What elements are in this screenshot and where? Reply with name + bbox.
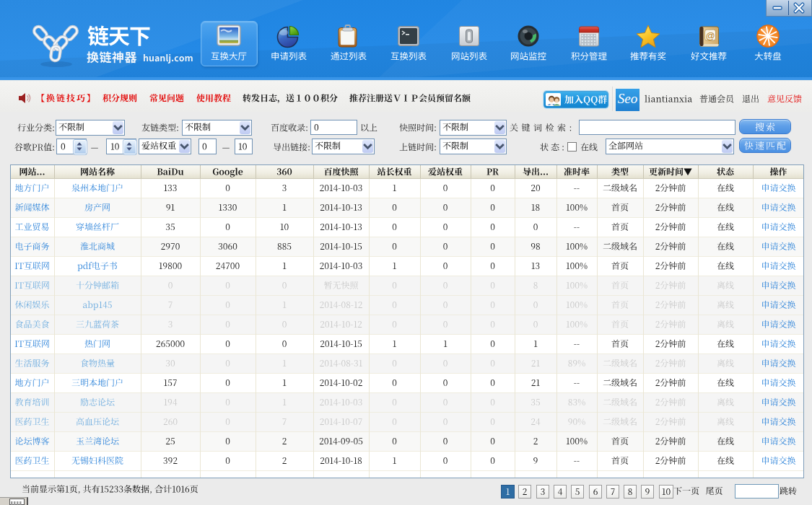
svg-text:@: @ xyxy=(705,30,715,41)
